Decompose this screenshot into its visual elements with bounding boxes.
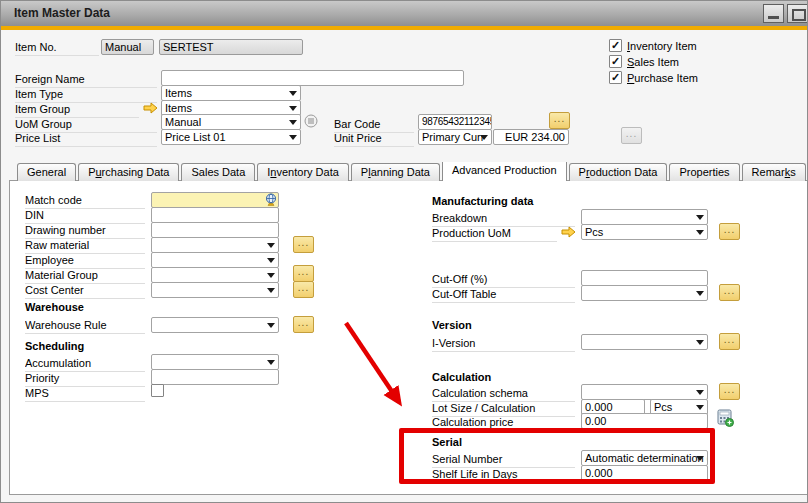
lot-size-calculation-label: Lot Size / Calculation xyxy=(432,402,575,417)
item-type-select[interactable]: Items xyxy=(161,85,301,101)
minimize-button[interactable] xyxy=(763,4,784,23)
cut-off-table-label: Cut-Off Table xyxy=(432,288,575,303)
serial-number-select[interactable]: Automatic determination o xyxy=(581,450,708,466)
dropdown-arrow-icon xyxy=(696,456,704,461)
employee-label: Employee xyxy=(25,254,145,269)
unit-price-label: Unit Price xyxy=(334,132,414,147)
raw-material-browse-button[interactable]: ... xyxy=(293,236,314,253)
manufacturing-data-section-header: Manufacturing data xyxy=(432,195,533,207)
sales-item-checkbox[interactable]: ✓ xyxy=(609,55,622,68)
maximize-button[interactable] xyxy=(787,4,808,23)
item-no-series-field[interactable]: Manual xyxy=(101,39,154,55)
warehouse-rule-label: Warehouse Rule xyxy=(25,319,145,334)
priority-field[interactable] xyxy=(151,369,279,385)
cut-off-table-select[interactable] xyxy=(581,285,708,301)
bar-code-browse-button[interactable]: ... xyxy=(549,112,570,129)
item-no-field[interactable]: SERTEST xyxy=(159,39,303,55)
scheduling-section-header: Scheduling xyxy=(25,340,84,352)
dropdown-arrow-icon xyxy=(696,230,704,235)
maximize-icon xyxy=(792,9,806,21)
price-list-select[interactable]: Price List 01 xyxy=(161,129,301,145)
calculation-price-label: Calculation price xyxy=(432,416,575,431)
tab-purchasing-data[interactable]: Purchasing Data xyxy=(78,163,179,181)
production-uom-select[interactable]: Pcs xyxy=(581,224,708,240)
production-uom-browse-button[interactable]: ... xyxy=(719,223,740,240)
sales-item-label: Sales Item xyxy=(627,56,679,68)
dropdown-arrow-icon xyxy=(267,243,275,248)
calculation-section-header: Calculation xyxy=(432,371,491,383)
globe-icon[interactable] xyxy=(265,193,277,206)
match-code-label: Match code xyxy=(25,194,145,209)
calculation-schema-label: Calculation schema xyxy=(432,387,575,402)
dropdown-arrow-icon xyxy=(696,405,704,410)
warehouse-rule-select[interactable] xyxy=(151,317,279,333)
material-group-browse-button[interactable]: ... xyxy=(293,265,314,282)
dropdown-arrow-icon xyxy=(267,288,275,293)
din-label: DIN xyxy=(25,209,145,224)
tab-inventory-data[interactable]: Inventory Data xyxy=(257,163,349,181)
calculation-price-field[interactable]: 0.00 xyxy=(581,413,708,429)
breakdown-select[interactable] xyxy=(581,209,708,225)
title-bar: Item Master Data xyxy=(1,1,808,26)
item-group-label: Item Group xyxy=(15,103,139,118)
employee-select[interactable] xyxy=(151,252,279,268)
warehouse-rule-browse-button[interactable]: ... xyxy=(293,316,314,333)
cost-center-browse-button[interactable]: ... xyxy=(293,281,314,298)
inventory-item-checkbox[interactable]: ✓ xyxy=(609,39,622,52)
uom-group-select[interactable]: Manual xyxy=(161,114,301,130)
production-uom-label: Production UoM xyxy=(432,227,557,242)
tab-general[interactable]: General xyxy=(17,163,76,181)
tab-advanced-production[interactable]: Advanced Production xyxy=(442,162,567,181)
accumulation-label: Accumulation xyxy=(25,357,145,372)
accumulation-select[interactable] xyxy=(151,354,279,370)
warehouse-section-header: Warehouse xyxy=(25,301,84,313)
din-field[interactable] xyxy=(151,207,279,223)
bar-code-field[interactable]: 98765432112345 xyxy=(418,114,492,130)
cut-off-pct-field[interactable] xyxy=(581,270,708,286)
cost-center-select[interactable] xyxy=(151,282,279,298)
list-circle-icon[interactable] xyxy=(304,114,318,128)
item-master-data-window: Item Master Data Item No. Manual SERTEST… xyxy=(0,0,808,503)
i-version-select[interactable] xyxy=(581,334,708,350)
link-arrow-icon[interactable] xyxy=(143,102,158,114)
tab-sales-data[interactable]: Sales Data xyxy=(181,163,255,181)
calculator-add-icon[interactable] xyxy=(717,409,734,427)
unit-price-browse-button[interactable]: ... xyxy=(621,127,642,144)
link-arrow-icon[interactable] xyxy=(561,226,576,238)
tab-properties[interactable]: Properties xyxy=(669,163,739,181)
calculation-schema-browse-button[interactable]: ... xyxy=(719,383,740,400)
calculation-schema-select[interactable] xyxy=(581,384,708,400)
foreign-name-field[interactable] xyxy=(161,70,464,86)
material-group-label: Material Group xyxy=(25,269,145,284)
dropdown-arrow-icon xyxy=(267,360,275,365)
dropdown-arrow-icon xyxy=(267,273,275,278)
i-version-label: I-Version xyxy=(432,337,575,352)
mps-checkbox[interactable] xyxy=(151,384,164,397)
tab-planning-data[interactable]: Planning Data xyxy=(351,163,440,181)
cost-center-label: Cost Center xyxy=(25,284,145,299)
dropdown-arrow-icon xyxy=(289,120,297,125)
breakdown-label: Breakdown xyxy=(432,212,575,227)
cut-off-pct-label: Cut-Off (%) xyxy=(432,273,575,288)
purchase-item-label: Purchase Item xyxy=(627,72,698,84)
price-list-label: Price List xyxy=(15,132,157,147)
unit-price-currency-select[interactable]: Primary Curr xyxy=(418,129,492,145)
raw-material-select[interactable] xyxy=(151,237,279,253)
priority-label: Priority xyxy=(25,372,145,387)
dropdown-arrow-icon xyxy=(696,390,704,395)
i-version-browse-button[interactable]: ... xyxy=(719,333,740,350)
cut-off-table-browse-button[interactable]: ... xyxy=(719,284,740,301)
shelf-life-in-days-field[interactable]: 0.000 xyxy=(581,465,708,481)
material-group-select[interactable] xyxy=(151,267,279,283)
item-type-label: Item Type xyxy=(15,88,157,103)
tab-production-data[interactable]: Production Data xyxy=(569,163,668,181)
tab-remarks[interactable]: Remarks xyxy=(742,163,806,181)
item-no-label: Item No. xyxy=(15,41,99,56)
drawing-number-field[interactable] xyxy=(151,222,279,238)
version-section-header: Version xyxy=(432,319,472,331)
purchase-item-checkbox[interactable]: ✓ xyxy=(609,71,622,84)
match-code-field[interactable] xyxy=(151,192,279,208)
unit-price-field[interactable]: EUR 234.00 xyxy=(493,129,569,145)
shelf-life-in-days-label: Shelf Life in Days xyxy=(432,468,575,483)
dropdown-arrow-icon xyxy=(289,106,297,111)
